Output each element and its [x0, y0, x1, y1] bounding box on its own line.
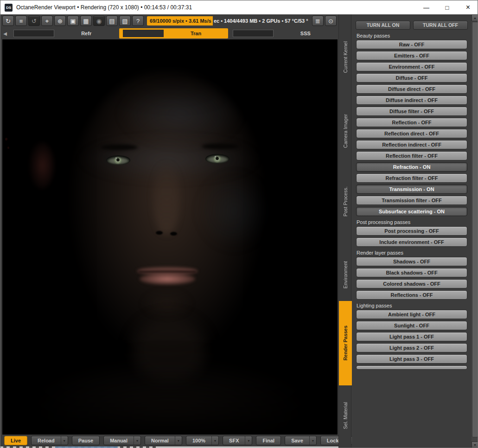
- chevron-down-icon[interactable]: ▼: [61, 436, 68, 445]
- bottom-button-label: 100%: [186, 436, 211, 445]
- pass-button-shadows[interactable]: Shadows - OFF: [356, 257, 467, 266]
- pass-button-colored-shadows[interactable]: Colored shadows - OFF: [356, 279, 467, 288]
- pass-button-diffuse[interactable]: Diffuse - OFF: [356, 73, 467, 83]
- panel-scrollbar[interactable]: ▲ ▼: [472, 14, 478, 448]
- reset-camera-icon: ↺: [32, 18, 37, 24]
- pass-button-light-pass-2[interactable]: Light pass 2 - OFF: [356, 343, 467, 352]
- viewport-control-bar: LiveReload▼PauseManual▼Normal▼100%▼SFX▼F…: [0, 435, 338, 447]
- side-tab-sel-material[interactable]: Sel. Material: [339, 398, 352, 433]
- manual-button[interactable]: Manual▼: [103, 436, 141, 445]
- pass-button-transmission-filter[interactable]: Transmission filter - OFF: [356, 196, 467, 205]
- minimize-button[interactable]: —: [416, 0, 437, 14]
- scrollbar-thumb[interactable]: [472, 22, 478, 437]
- checker-background-icon: ▤: [109, 18, 115, 24]
- section-label: Beauty passes: [357, 33, 468, 38]
- pass-button-diffuse-indirect[interactable]: Diffuse indirect - OFF: [356, 96, 467, 105]
- pass-button-reflections[interactable]: Reflections - OFF: [356, 290, 467, 300]
- octane-render-viewport-window: DS OctaneRender Viewport • Rendering (72…: [0, 0, 478, 448]
- panel-top-buttons: TURN ALL ON TURN ALL OFF: [356, 21, 468, 30]
- checker-background-button[interactable]: ▤: [106, 16, 118, 26]
- compare-buffer-bar: ◀ RefrTranSSS: [0, 27, 338, 39]
- pass-button-reflection-indirect[interactable]: Reflection indirect - OFF: [356, 140, 467, 149]
- fit-view-icon: ⌖: [45, 18, 49, 24]
- bottom-button-label: Live: [5, 436, 27, 445]
- pass-button-emitters[interactable]: Emitters - OFF: [356, 51, 467, 60]
- save-image-button[interactable]: ▧: [119, 16, 131, 26]
- buffer-bar-segments: RefrTranSSS: [10, 28, 338, 38]
- pass-button-black-shadows[interactable]: Black shadows - OFF: [356, 268, 467, 277]
- buffer-segment-tran[interactable]: Tran: [119, 28, 228, 38]
- pass-button-raw[interactable]: Raw - OFF: [356, 40, 467, 49]
- pass-button-include-environment[interactable]: Include environment - OFF: [356, 237, 467, 247]
- snapshot-button[interactable]: ⊙: [325, 16, 337, 26]
- pass-button-ambient-light[interactable]: Ambient light - OFF: [356, 310, 467, 319]
- clay-mode-button[interactable]: ◉: [93, 16, 105, 26]
- buffer-segment-sss[interactable]: SSS: [229, 28, 338, 38]
- subsampling-button[interactable]: ▦: [80, 16, 92, 26]
- side-tab-camera-imager[interactable]: Camera Imager: [339, 112, 352, 150]
- chevron-down-icon[interactable]: ▼: [134, 436, 140, 445]
- region-render-button[interactable]: ▣: [67, 16, 79, 26]
- pass-button-transmission[interactable]: Transmission - ON: [356, 185, 467, 194]
- pass-button-refraction-filter[interactable]: Refraction filter - OFF: [356, 173, 467, 183]
- chevron-down-icon[interactable]: ▼: [211, 436, 218, 445]
- pass-button-reflection[interactable]: Reflection - OFF: [356, 118, 467, 127]
- log-icon: ≣: [315, 18, 320, 24]
- save-button[interactable]: Save▼: [285, 436, 317, 445]
- help-button[interactable]: ?: [132, 16, 144, 26]
- turn-all-on-button[interactable]: TURN ALL ON: [356, 21, 410, 30]
- side-tab-strip: Current KernelCamera ImagerPost Process.…: [338, 14, 351, 448]
- render-viewport[interactable]: [2, 39, 338, 435]
- pass-button-reflection-direct[interactable]: Reflection direct - OFF: [356, 129, 467, 138]
- buffer-segment-refr[interactable]: Refr: [10, 28, 118, 38]
- snapshot-icon: ⊙: [328, 18, 333, 24]
- scroll-up-icon[interactable]: ▲: [472, 14, 478, 21]
- pass-button-post-processing[interactable]: Post processing - OFF: [356, 226, 467, 236]
- pass-button-refraction[interactable]: Refraction - ON: [356, 162, 467, 172]
- chevron-down-icon[interactable]: ▼: [175, 436, 182, 445]
- bottom-button-label: Save: [285, 436, 309, 445]
- side-tab-environment[interactable]: Environment: [339, 258, 352, 291]
- close-button[interactable]: ×: [458, 0, 478, 14]
- panel-section-render-layer-passes: Render layer passesShadows - OFFBlack sh…: [356, 250, 468, 300]
- bottom-button-label: Reload: [32, 436, 61, 445]
- reload-button[interactable]: Reload▼: [31, 436, 68, 445]
- bottom-button-label: SFX: [223, 436, 245, 445]
- restart-render-button[interactable]: ↻: [2, 16, 14, 26]
- fit-view-button[interactable]: ⌖: [41, 16, 53, 26]
- pass-button-partial[interactable]: [356, 365, 467, 370]
- pass-button-diffuse-filter[interactable]: Diffuse filter - OFF: [356, 107, 467, 116]
- restart-render-icon: ↻: [6, 18, 11, 24]
- render-priority-button[interactable]: ≡: [15, 16, 27, 26]
- chevron-down-icon[interactable]: ▼: [309, 436, 316, 445]
- pass-button-subsurface-scattering[interactable]: Subsurface scattering - ON: [356, 207, 467, 216]
- sfx-button[interactable]: SFX▼: [223, 436, 252, 445]
- normal-button[interactable]: Normal▼: [145, 436, 182, 445]
- side-tab-current-kernel[interactable]: Current Kernel: [339, 40, 352, 75]
- live-button[interactable]: Live: [4, 436, 27, 445]
- side-tab-post-process[interactable]: Post Process.: [339, 186, 352, 217]
- previous-buffer-button[interactable]: ◀: [1, 31, 9, 36]
- pause-button[interactable]: Pause: [72, 436, 100, 445]
- section-label: Lighting passes: [357, 303, 468, 308]
- pass-button-light-pass-3[interactable]: Light pass 3 - OFF: [356, 354, 467, 364]
- log-button[interactable]: ≣: [312, 16, 324, 26]
- buffer-label: Refr: [54, 31, 118, 36]
- scroll-down-icon[interactable]: ▼: [472, 442, 478, 448]
- chevron-down-icon[interactable]: ▼: [245, 436, 252, 445]
- title-bar[interactable]: DS OctaneRender Viewport • Rendering (72…: [0, 0, 478, 14]
- panel-section-post-processing-passes: Post processing passesPost processing - …: [356, 219, 468, 247]
- pass-button-diffuse-direct[interactable]: Diffuse direct - OFF: [356, 84, 467, 94]
- pass-button-reflection-filter[interactable]: Reflection filter - OFF: [356, 151, 467, 160]
- pass-button-environment[interactable]: Environment - OFF: [356, 62, 467, 71]
- final-button[interactable]: Final: [256, 436, 281, 445]
- side-tab-label: Render Passes: [343, 326, 348, 360]
- 100-button[interactable]: 100%▼: [186, 436, 219, 445]
- reset-camera-button[interactable]: ↺: [28, 16, 40, 26]
- maximize-button[interactable]: □: [437, 0, 458, 14]
- turn-all-off-button[interactable]: TURN ALL OFF: [413, 21, 468, 30]
- side-tab-render-passes[interactable]: Render Passes: [339, 301, 352, 385]
- pass-button-light-pass-1[interactable]: Light pass 1 - OFF: [356, 332, 467, 341]
- pass-button-sunlight[interactable]: Sunlight - OFF: [356, 321, 467, 330]
- pick-focus-button[interactable]: ⊕: [54, 16, 66, 26]
